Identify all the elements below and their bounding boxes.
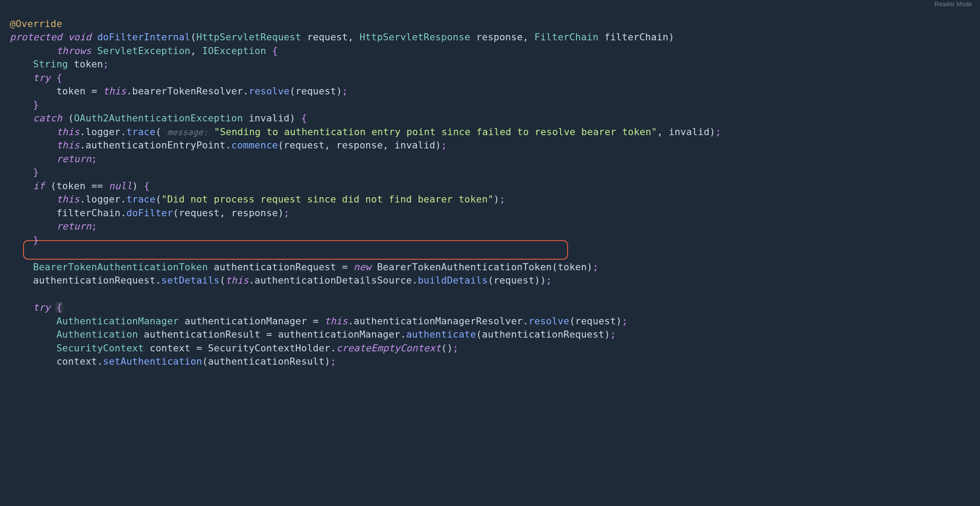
param-filterchain: filterChain bbox=[604, 31, 669, 43]
param-hint-message: message: bbox=[167, 127, 208, 137]
type-string: String bbox=[33, 58, 68, 70]
type-httpservletresponse: HttpServletResponse bbox=[360, 31, 470, 43]
ctor-bearertoken: BearerTokenAuthenticationToken bbox=[377, 261, 552, 272]
method-createEmptyContext: createEmptyContext bbox=[336, 343, 441, 354]
type-oauth2authexception: OAuth2AuthenticationException bbox=[74, 113, 243, 124]
var-token: token bbox=[56, 86, 86, 97]
type-securitycontext: SecurityContext bbox=[56, 343, 144, 354]
keyword-this: this bbox=[56, 194, 80, 205]
var-authenticationManager: authenticationManager bbox=[278, 329, 400, 340]
keyword-throws: throws bbox=[56, 45, 91, 56]
type-authentication: Authentication bbox=[56, 329, 138, 340]
keyword-null: null bbox=[109, 180, 133, 191]
keyword-try: try bbox=[33, 72, 51, 83]
keyword-catch: catch bbox=[33, 113, 63, 124]
keyword-return: return bbox=[56, 153, 91, 164]
arg-response: response bbox=[336, 140, 383, 151]
arg-invalid: invalid bbox=[395, 140, 435, 151]
type-filterchain: FilterChain bbox=[534, 31, 599, 43]
type-securitycontextholder: SecurityContextHolder bbox=[208, 343, 330, 354]
keyword-try: try bbox=[33, 302, 51, 313]
type-ioexception: IOException bbox=[202, 45, 267, 56]
var-token: token bbox=[74, 58, 103, 70]
string-trace1: "Sending to authentication entry point s… bbox=[214, 126, 657, 137]
var-authenticationRequest: authenticationRequest bbox=[214, 261, 336, 272]
type-servletexception: ServletException bbox=[97, 45, 190, 56]
arg-request: request bbox=[494, 275, 534, 286]
arg-invalid: invalid bbox=[669, 126, 710, 137]
var-invalid: invalid bbox=[249, 113, 290, 124]
keyword-this: this bbox=[325, 315, 348, 327]
annotation-override: @Override bbox=[10, 18, 62, 29]
keyword-this: this bbox=[56, 126, 80, 137]
method-resolve: resolve bbox=[529, 315, 569, 327]
var-authenticationResult: authenticationResult bbox=[144, 329, 260, 340]
keyword-new: new bbox=[354, 261, 371, 272]
keyword-protected: protected bbox=[10, 31, 62, 43]
field-logger: logger bbox=[86, 194, 121, 205]
type-authenticationmanager: AuthenticationManager bbox=[56, 315, 179, 327]
param-response: response bbox=[476, 31, 523, 43]
type-httpservletrequest: HttpServletRequest bbox=[196, 31, 302, 43]
arg-token: token bbox=[558, 261, 587, 272]
field-authenticationEntryPoint: authenticationEntryPoint bbox=[86, 140, 225, 151]
code-editor[interactable]: @Override protected void doFilterInterna… bbox=[0, 0, 980, 369]
field-bearerTokenResolver: bearerTokenResolver bbox=[132, 86, 243, 97]
method-resolve: resolve bbox=[249, 86, 290, 97]
keyword-this: this bbox=[103, 86, 126, 97]
method-setDetails: setDetails bbox=[161, 275, 220, 286]
var-authenticationManager: authenticationManager bbox=[184, 315, 307, 327]
keyword-this: this bbox=[56, 140, 80, 151]
string-trace2: "Did not process request since did not f… bbox=[161, 194, 494, 205]
arg-request: request bbox=[284, 140, 325, 151]
arg-authenticationRequest: authenticationRequest bbox=[482, 329, 604, 340]
type-bearertokenAuthtoken: BearerTokenAuthenticationToken bbox=[33, 261, 208, 272]
method-authenticate: authenticate bbox=[406, 329, 476, 340]
keyword-if: if bbox=[33, 180, 45, 191]
method-commence: commence bbox=[231, 140, 278, 151]
arg-request: request bbox=[179, 207, 220, 218]
method-doFilterInternal: doFilterInternal bbox=[97, 31, 190, 43]
arg-request: request bbox=[575, 315, 616, 327]
keyword-void: void bbox=[68, 31, 91, 43]
method-trace: trace bbox=[126, 194, 156, 205]
param-request: request bbox=[307, 31, 348, 43]
keyword-return: return bbox=[56, 221, 91, 232]
method-setAuthentication: setAuthentication bbox=[103, 356, 202, 367]
var-filterchain: filterChain bbox=[56, 207, 121, 218]
var-token: token bbox=[56, 180, 86, 191]
method-trace: trace bbox=[126, 126, 156, 137]
field-authenticationManagerResolver: authenticationManagerResolver bbox=[354, 315, 523, 327]
arg-request: request bbox=[295, 86, 336, 97]
method-buildDetails: buildDetails bbox=[418, 275, 488, 286]
method-doFilter: doFilter bbox=[126, 207, 173, 218]
field-authenticationDetailsSource: authenticationDetailsSource bbox=[255, 275, 412, 286]
var-context: context bbox=[149, 343, 190, 354]
var-authenticationRequest: authenticationRequest bbox=[33, 275, 156, 286]
operator-eqeq: == bbox=[91, 180, 103, 191]
var-context: context bbox=[56, 356, 97, 367]
field-logger: logger bbox=[86, 126, 121, 137]
arg-response: response bbox=[231, 207, 278, 218]
keyword-this: this bbox=[225, 275, 249, 286]
arg-authenticationResult: authenticationResult bbox=[208, 356, 325, 367]
